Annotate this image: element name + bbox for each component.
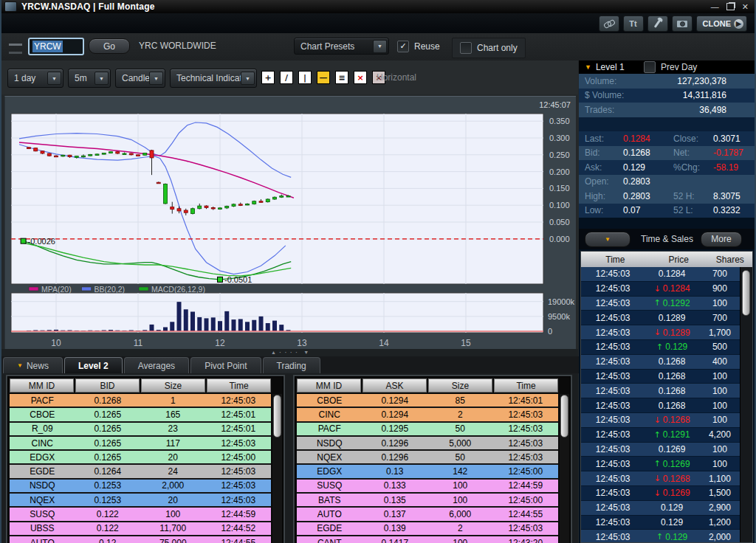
- time-sales-controls: ▼ Time & Sales More: [579, 229, 755, 249]
- column-header-mm-id[interactable]: MM ID: [297, 378, 361, 392]
- svg-text:13: 13: [297, 338, 307, 348]
- svg-text:15: 15: [461, 338, 471, 348]
- column-header-ask[interactable]: ASK: [362, 378, 427, 392]
- reuse-checkbox[interactable]: ✓: [397, 41, 409, 52]
- scrollbar-thumb[interactable]: [273, 395, 281, 437]
- tab-news[interactable]: ▼News: [3, 357, 63, 373]
- go-button[interactable]: Go: [89, 38, 130, 54]
- trade-price: 0.1284: [663, 283, 690, 294]
- market-maker-row: EDGX0.12652012:45:00: [10, 451, 271, 465]
- market-maker-row: BATS0.13510012:45:00: [297, 494, 558, 508]
- level1-label: Low:: [579, 205, 616, 215]
- column-header-time[interactable]: Time: [207, 378, 271, 392]
- downtick-arrow-icon: ↓: [654, 284, 661, 294]
- column-header-size[interactable]: Size: [428, 378, 492, 392]
- more-button[interactable]: More: [701, 232, 742, 247]
- column-header-bid[interactable]: BID: [75, 378, 140, 392]
- bottom-tab-bar: ▼NewsLevel 2AveragesPivot PointTrading: [1, 356, 580, 373]
- bid-table: MM IDBIDSizeTime PACF0.1268112:45:03CBOE…: [6, 375, 285, 543]
- drag-handle-icon[interactable]: [9, 44, 22, 54]
- chart-type-dropdown[interactable]: Candle▼: [115, 69, 165, 88]
- symbol-input-value: YRCW: [32, 41, 63, 52]
- link-icon[interactable]: [599, 15, 619, 32]
- restore-icon[interactable]: [726, 3, 735, 10]
- chart-only-checkbox[interactable]: [460, 42, 472, 54]
- column-header-mm-id[interactable]: MM ID: [10, 378, 74, 392]
- camera-icon[interactable]: [672, 15, 693, 32]
- level1-value: 0.2803: [616, 176, 667, 187]
- horizontal-label: Horizontal: [377, 72, 416, 83]
- close-icon[interactable]: ✕: [742, 3, 749, 11]
- dropdown-triangle-icon: ▼: [17, 362, 23, 369]
- column-header-price[interactable]: Price: [650, 252, 708, 267]
- svg-text:9500k: 9500k: [548, 312, 570, 321]
- technical-indicators-dropdown[interactable]: Technical Indicators▼: [170, 69, 257, 88]
- scrollbar-thumb[interactable]: [560, 395, 568, 437]
- collapse-down-icon[interactable]: ▼: [303, 350, 309, 356]
- collapse-up-icon[interactable]: ▲: [271, 350, 276, 356]
- market-maker-row: PACF0.12955012:45:03: [297, 423, 558, 437]
- time-sales-row: 12:45:03↓0.12681,100: [581, 471, 740, 486]
- svg-text:12:45:07: 12:45:07: [539, 100, 571, 109]
- text-style-icon[interactable]: Tt: [623, 15, 644, 32]
- level1-value: 0.07: [616, 205, 667, 215]
- svg-text:12: 12: [215, 338, 225, 348]
- chart-presets-dropdown[interactable]: Chart Presets ▼: [294, 38, 389, 55]
- market-maker-row: NSDQ0.12965,00012:45:03: [297, 437, 558, 451]
- level1-value: 0.3071: [706, 134, 755, 144]
- level1-dropdown-icon[interactable]: ▼: [585, 63, 591, 71]
- level1-value: 0.2803: [616, 191, 667, 201]
- chart-canvas[interactable]: -0.0026-0.05010.3500.3000.2500.2000.1500…: [4, 96, 576, 350]
- svg-text:10: 10: [51, 338, 61, 348]
- delete-drawing-icon[interactable]: ×: [354, 71, 367, 84]
- time-sales-row: 12:45:03↓0.1284900: [581, 282, 740, 297]
- tab-level-2[interactable]: Level 2: [64, 357, 123, 373]
- level1-value: -0.1787: [706, 148, 755, 158]
- trade-price: 0.129: [661, 502, 683, 513]
- svg-text:MACD(26,12,9): MACD(26,12,9): [151, 285, 205, 294]
- scrollbar-thumb[interactable]: [742, 270, 750, 316]
- level1-value: 0.129: [616, 162, 667, 173]
- uptick-arrow-icon: ↑: [654, 430, 661, 440]
- pane-splitter[interactable]: ▲ ···· ▼: [1, 349, 578, 356]
- tab-pivot-point[interactable]: Pivot Point: [190, 357, 261, 373]
- prev-day-checkbox[interactable]: [644, 61, 656, 73]
- column-header-size[interactable]: Size: [141, 378, 205, 392]
- interval-dropdown[interactable]: 5m▼: [68, 69, 111, 88]
- ask-table-scrollbar[interactable]: [560, 394, 569, 543]
- market-maker-row: NSDQ0.12532,00012:45:03: [10, 480, 271, 494]
- time-sales-scrollbar[interactable]: [740, 267, 752, 542]
- level1-row: Trades:36,498: [579, 103, 755, 117]
- uptick-arrow-icon: ↑: [656, 532, 663, 542]
- crosshair-tool-icon[interactable]: +: [261, 71, 275, 84]
- period-dropdown[interactable]: 1 day▼: [7, 69, 63, 88]
- column-header-time[interactable]: Time: [581, 252, 650, 267]
- tab-trading[interactable]: Trading: [263, 357, 320, 373]
- vertical-line-tool-icon[interactable]: |: [298, 71, 312, 84]
- bid-table-scrollbar[interactable]: [272, 394, 282, 543]
- downtick-arrow-icon: ↓: [654, 415, 661, 425]
- svg-text:0.150: 0.150: [549, 184, 570, 193]
- column-header-shares[interactable]: Shares: [708, 252, 752, 267]
- svg-text:BB(20,2): BB(20,2): [94, 285, 125, 294]
- indicator-list-icon[interactable]: ≡: [335, 71, 348, 84]
- wrench-icon[interactable]: [647, 15, 668, 32]
- svg-text:0.250: 0.250: [549, 151, 570, 159]
- level1-label: Bid:: [579, 148, 616, 158]
- level1-panel: ▼ Level 1 Prev Day Volume:127,230,378$ V…: [579, 60, 755, 543]
- level1-value: 0.1268: [616, 148, 667, 158]
- time-sales-dropdown-button[interactable]: ▼: [585, 232, 630, 247]
- uptick-arrow-icon: ↑: [654, 459, 661, 468]
- time-sales-row: 12:45:03↑0.12914,200: [581, 428, 740, 443]
- tab-averages[interactable]: Averages: [124, 357, 189, 373]
- column-header-time[interactable]: Time: [494, 378, 558, 392]
- level1-label: 52 H:: [667, 191, 706, 201]
- clone-button[interactable]: CLONE ▶: [696, 15, 748, 32]
- trendline-tool-icon[interactable]: /: [280, 71, 293, 84]
- company-name: YRC WORLDWIDE: [139, 41, 216, 51]
- svg-text:11: 11: [134, 338, 143, 348]
- market-maker-row: AUTO0.1275,00012:44:55: [10, 536, 271, 543]
- minimize-icon[interactable]: —: [711, 3, 719, 11]
- horizontal-line-tool-icon[interactable]: —: [317, 71, 330, 84]
- symbol-input[interactable]: YRCW: [28, 38, 84, 55]
